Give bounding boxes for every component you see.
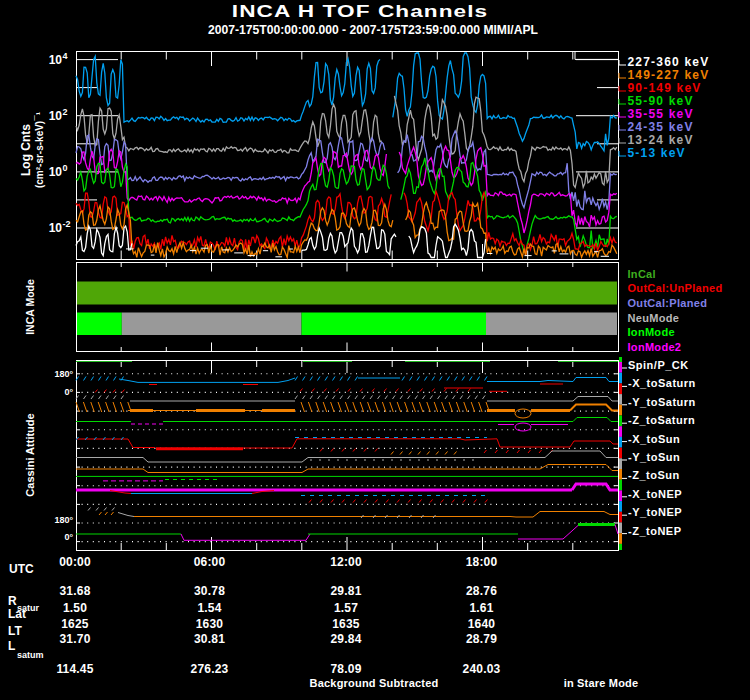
svg-text:00:00: 00:00 (59, 555, 91, 569)
svg-text:0°: 0° (64, 387, 73, 397)
svg-text:Cassini Attitude: Cassini Attitude (24, 413, 36, 496)
svg-text:240.03: 240.03 (463, 662, 501, 676)
svg-text:114.45: 114.45 (56, 662, 93, 676)
svg-text:satum: satum (17, 650, 44, 660)
svg-text:10: 10 (49, 53, 63, 67)
svg-text:OutCal:UnPlaned: OutCal:UnPlaned (628, 282, 723, 294)
svg-text:0: 0 (63, 163, 68, 173)
svg-text:1635: 1635 (332, 617, 360, 631)
svg-text:29.84: 29.84 (330, 632, 361, 646)
svg-text:78.09: 78.09 (330, 662, 361, 676)
svg-text:in Stare Mode: in Stare Mode (564, 677, 639, 689)
svg-text:2007-175T00:00:00.000 - 2007-1: 2007-175T00:00:00.000 - 2007-175T23:59:0… (208, 23, 538, 37)
svg-text:L: L (8, 639, 15, 653)
svg-text:Log Cnts: Log Cnts (19, 124, 33, 176)
svg-text:-2: -2 (63, 219, 71, 229)
svg-text:180°: 180° (54, 369, 73, 379)
svg-text:1.61: 1.61 (469, 601, 493, 615)
svg-text:29.81: 29.81 (330, 584, 361, 598)
svg-text:227-360 keV: 227-360 keV (628, 55, 710, 69)
svg-text:INCA H TOF Channels: INCA H TOF Channels (232, 2, 488, 21)
svg-text:-Y_toNEP: -Y_toNEP (628, 506, 682, 518)
svg-text:(cm²-sr-s-keV)¯¹: (cm²-sr-s-keV)¯¹ (34, 111, 45, 188)
svg-text:31.70: 31.70 (59, 632, 90, 646)
svg-text:IonMode2: IonMode2 (628, 341, 682, 353)
svg-text:180°: 180° (54, 515, 73, 525)
svg-text:-Z_toNEP: -Z_toNEP (628, 525, 682, 537)
svg-text:28.76: 28.76 (466, 584, 497, 598)
svg-text:149-227 keV: 149-227 keV (628, 68, 710, 82)
svg-text:UTC: UTC (9, 562, 34, 576)
svg-text:1.50: 1.50 (63, 601, 87, 615)
svg-text:-Z_toSaturn: -Z_toSaturn (628, 414, 695, 426)
svg-text:NeuMode: NeuMode (628, 312, 680, 324)
svg-text:-X_toSaturn: -X_toSaturn (628, 377, 696, 389)
svg-text:OutCal:Planed: OutCal:Planed (628, 297, 708, 309)
svg-text:-X_toNEP: -X_toNEP (628, 488, 682, 500)
svg-text:4: 4 (63, 51, 68, 61)
svg-text:10: 10 (49, 109, 63, 123)
svg-text:10: 10 (49, 165, 63, 179)
svg-text:276.23: 276.23 (191, 662, 229, 676)
svg-text:1625: 1625 (61, 617, 89, 631)
svg-text:55-90 keV: 55-90 keV (628, 94, 694, 108)
svg-text:90-149 keV: 90-149 keV (628, 81, 702, 95)
svg-text:28.79: 28.79 (466, 632, 497, 646)
svg-text:1.54: 1.54 (197, 601, 221, 615)
svg-text:LT: LT (8, 624, 22, 638)
svg-text:-X_toSun: -X_toSun (628, 433, 680, 445)
svg-text:2: 2 (63, 107, 68, 117)
svg-text:13-24 keV: 13-24 keV (628, 133, 694, 147)
svg-text:Background Subtracted: Background Subtracted (310, 677, 439, 689)
svg-text:12:00: 12:00 (330, 555, 362, 569)
svg-text:30.78: 30.78 (194, 584, 225, 598)
svg-text:Lat: Lat (8, 607, 26, 621)
svg-text:InCal: InCal (628, 268, 656, 280)
svg-text:INCA Mode: INCA Mode (24, 279, 36, 335)
svg-text:-Z_toSun: -Z_toSun (628, 469, 680, 481)
svg-text:-Y_toSaturn: -Y_toSaturn (628, 396, 696, 408)
svg-text:0°: 0° (64, 532, 73, 542)
svg-text:-Y_toSun: -Y_toSun (628, 451, 680, 463)
svg-text:Spin/P_CK: Spin/P_CK (628, 359, 689, 371)
svg-text:IonMode: IonMode (628, 326, 675, 338)
svg-text:06:00: 06:00 (194, 555, 226, 569)
svg-text:35-55 keV: 35-55 keV (628, 107, 694, 121)
svg-text:1640: 1640 (468, 617, 496, 631)
svg-text:18:00: 18:00 (466, 555, 498, 569)
svg-text:1.57: 1.57 (334, 601, 358, 615)
svg-text:31.68: 31.68 (59, 584, 90, 598)
svg-text:5-13 keV: 5-13 keV (628, 146, 686, 160)
svg-text:1630: 1630 (196, 617, 224, 631)
svg-text:10: 10 (49, 221, 63, 235)
svg-text:24-35 keV: 24-35 keV (628, 120, 694, 134)
svg-text:30.81: 30.81 (194, 632, 225, 646)
